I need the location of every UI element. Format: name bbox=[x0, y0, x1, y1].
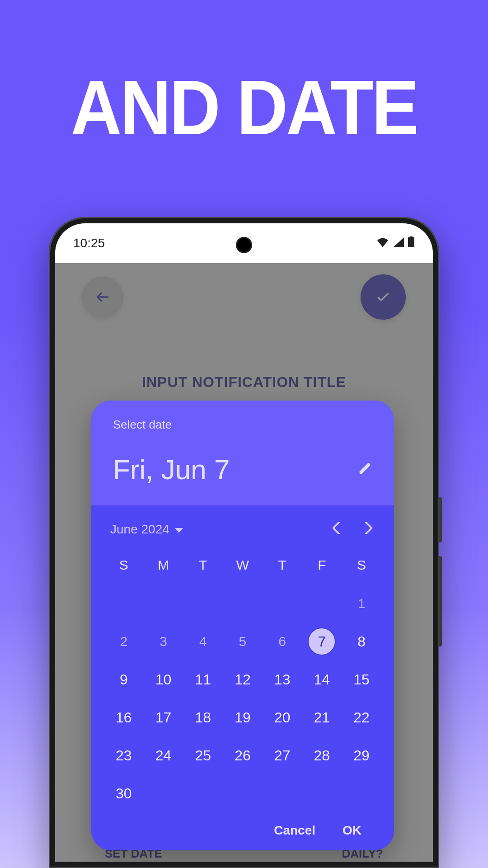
selected-day[interactable]: 7 bbox=[308, 627, 336, 656]
calendar-day[interactable]: 20 bbox=[263, 698, 302, 736]
calendar-day bbox=[144, 585, 183, 623]
calendar-day bbox=[183, 774, 223, 812]
calendar-day[interactable]: 24 bbox=[144, 736, 183, 774]
battery-icon bbox=[408, 236, 415, 250]
calendar-day bbox=[263, 774, 302, 812]
weekday-header: M bbox=[144, 549, 183, 585]
weekday-header: T bbox=[183, 549, 223, 585]
phone-side-button bbox=[439, 497, 442, 542]
calendar-day[interactable]: 6 bbox=[263, 623, 302, 660]
calendar-day[interactable]: 5 bbox=[223, 623, 263, 660]
svg-rect-0 bbox=[408, 237, 414, 247]
calendar-day[interactable]: 21 bbox=[302, 698, 342, 736]
calendar-day[interactable]: 30 bbox=[104, 774, 144, 812]
calendar-day[interactable]: 26 bbox=[223, 736, 263, 774]
calendar-day[interactable]: 22 bbox=[342, 698, 381, 736]
calendar-day[interactable]: 2 bbox=[104, 623, 144, 660]
calendar-day[interactable]: 13 bbox=[263, 660, 302, 698]
signal-icon bbox=[392, 236, 404, 250]
calendar-day bbox=[104, 585, 144, 623]
pencil-icon bbox=[358, 462, 372, 476]
calendar-day bbox=[302, 774, 342, 812]
camera-cutout bbox=[236, 237, 252, 253]
ok-button[interactable]: OK bbox=[343, 823, 361, 838]
calendar-day[interactable]: 3 bbox=[144, 623, 183, 660]
calendar-day bbox=[223, 774, 263, 812]
selected-date-display: Fri, Jun 7 bbox=[113, 453, 230, 486]
calendar-day[interactable]: 17 bbox=[144, 698, 183, 736]
date-picker-dialog: Select date Fri, Jun 7 June 2024 bbox=[91, 401, 394, 850]
calendar-day bbox=[342, 774, 381, 812]
hero-title: AND DATE bbox=[19, 63, 469, 152]
chevron-left-icon bbox=[333, 522, 340, 534]
calendar-grid: SMTWTFS 12345678910111213141516171819202… bbox=[104, 549, 381, 812]
edit-date-button[interactable] bbox=[358, 462, 372, 478]
weekday-header: W bbox=[223, 549, 263, 585]
chevron-right-icon bbox=[365, 522, 372, 534]
calendar-day bbox=[183, 585, 223, 623]
weekday-header: S bbox=[104, 549, 144, 585]
cancel-button[interactable]: Cancel bbox=[274, 823, 315, 838]
month-year-selector[interactable]: June 2024 bbox=[110, 522, 183, 537]
calendar-day[interactable]: 18 bbox=[183, 698, 223, 736]
calendar-day bbox=[263, 585, 302, 623]
calendar-day[interactable]: 28 bbox=[302, 736, 342, 774]
calendar-day[interactable]: 9 bbox=[104, 660, 144, 698]
weekday-header: S bbox=[342, 549, 381, 585]
calendar-day[interactable]: 19 bbox=[223, 698, 263, 736]
date-picker-header: Select date Fri, Jun 7 bbox=[91, 401, 394, 505]
calendar-day bbox=[223, 585, 263, 623]
phone-side-button bbox=[439, 556, 442, 646]
calendar-day[interactable]: 12 bbox=[223, 660, 263, 698]
calendar-day[interactable]: 7 bbox=[302, 623, 342, 660]
calendar-day[interactable]: 27 bbox=[263, 736, 302, 774]
month-year-label: June 2024 bbox=[110, 522, 169, 537]
weekday-header: F bbox=[302, 549, 342, 585]
calendar-day[interactable]: 4 bbox=[183, 623, 223, 660]
chevron-down-icon bbox=[175, 522, 183, 537]
calendar-day[interactable]: 10 bbox=[144, 660, 183, 698]
calendar-day[interactable]: 23 bbox=[104, 736, 144, 774]
calendar-day bbox=[144, 774, 183, 812]
next-month-button[interactable] bbox=[362, 521, 375, 538]
phone-frame: 10:25 INPU bbox=[49, 217, 439, 868]
calendar-day[interactable]: 25 bbox=[183, 736, 223, 774]
calendar-day[interactable]: 29 bbox=[342, 736, 381, 774]
calendar-day[interactable]: 1 bbox=[342, 585, 381, 623]
status-time: 10:25 bbox=[73, 236, 105, 250]
prev-month-button[interactable] bbox=[330, 521, 343, 538]
svg-rect-1 bbox=[410, 236, 413, 237]
calendar-day[interactable]: 15 bbox=[342, 660, 381, 698]
calendar-day[interactable]: 11 bbox=[183, 660, 223, 698]
calendar-day[interactable]: 8 bbox=[342, 623, 381, 660]
calendar-day[interactable]: 14 bbox=[302, 660, 342, 698]
wifi-icon bbox=[377, 236, 389, 250]
calendar-day[interactable]: 16 bbox=[104, 698, 144, 736]
weekday-header: T bbox=[263, 549, 302, 585]
calendar-day bbox=[302, 585, 342, 623]
select-date-label: Select date bbox=[113, 418, 372, 432]
